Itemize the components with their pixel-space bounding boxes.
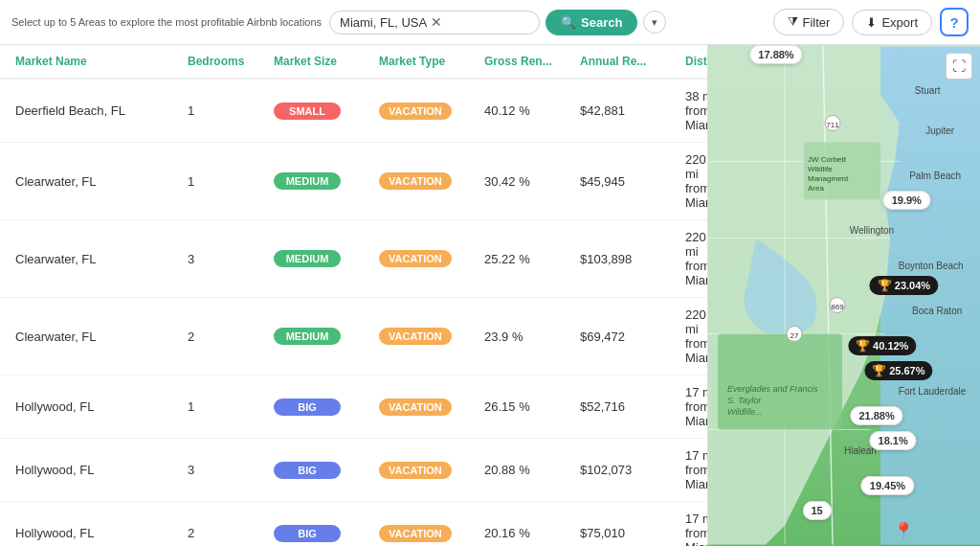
svg-text:Everglades and Francis: Everglades and Francis [727,384,818,394]
svg-text:Managment: Managment [808,174,849,183]
table-header: Market Name Bedrooms Market Size Market … [0,45,707,80]
cell-annual: $52,716 [580,399,685,414]
cell-name: Hollywood, FL [15,399,188,414]
cell-distance: 220 mi from Miami [685,230,707,287]
cell-name: Clearwater, FL [15,330,188,344]
cell-size: BIG [274,462,379,479]
table-row[interactable]: Hollywood, FL 3 BIG VACATION 20.88 % $10… [0,439,707,502]
search-button-label: Search [581,15,622,30]
marker-bubble-2188: 21.88% [850,406,902,425]
cell-name: Clearwater, FL [15,252,188,266]
cell-gross: 20.88 % [484,463,580,477]
search-tag-text: Miami, FL, USA [340,15,427,30]
cell-type: VACATION [379,398,484,416]
cell-bedrooms: 2 [188,330,274,344]
svg-text:Wildlife...: Wildlife... [727,407,762,417]
cell-annual: $102,073 [580,463,685,477]
cell-gross: 26.15 % [484,399,580,414]
marker-dark-4012: 🏆40.12% [848,336,916,355]
map-marker-15: 15 [802,505,831,516]
col-bedrooms[interactable]: Bedrooms [188,55,274,68]
cell-bedrooms: 3 [188,463,274,477]
cell-gross: 40.12 % [484,103,580,118]
map-marker-181: 18.1% [870,435,917,446]
city-label-stuart: Stuart [915,85,941,96]
cell-gross: 30.42 % [484,174,580,189]
marker-bubble-15: 15 [802,501,831,520]
marker-bubble-1945: 19.45% [861,476,914,495]
cell-size: BIG [274,398,379,416]
cell-bedrooms: 1 [188,174,274,189]
svg-text:869: 869 [831,303,844,311]
map-marker-2188: 21.88% [850,410,902,421]
cell-distance: 17 mi from Miami [685,448,707,491]
table-row[interactable]: Hollywood, FL 2 BIG VACATION 20.16 % $75… [0,502,707,546]
help-button[interactable]: ? [940,8,969,36]
map-marker-199: 19.9% [883,194,930,206]
map-pin-icon: 📍 [893,521,914,542]
col-market-name[interactable]: Market Name [15,55,188,68]
search-area: Miami, FL, USA ✕ 🔍 Search ▾ [329,10,765,35]
city-label-boynton-beach: Boynton Beach [899,261,964,271]
cell-distance: 17 mi from Miami [685,512,707,546]
fullscreen-button[interactable]: ⛶ [946,53,972,80]
cell-size: SMALL [274,102,379,120]
cell-distance: 220 mi from Miami [685,152,707,210]
map-marker-top-pct: 17.88% [749,49,802,60]
trophy-icon-2: 🏆 [856,339,870,353]
table-row[interactable]: Hollywood, FL 1 BIG VACATION 26.15 % $52… [0,375,707,439]
export-button[interactable]: ⬇ Export [852,10,932,35]
close-icon[interactable]: ✕ [431,15,442,29]
col-distance[interactable]: Distance [685,55,708,68]
col-market-size[interactable]: Market Size [274,55,379,68]
trophy-icon-1: 🏆 [878,279,892,292]
svg-text:711: 711 [826,121,839,129]
cell-annual: $75,010 [580,526,685,540]
marker-dark-2567: 🏆25.67% [864,361,932,380]
cell-bedrooms: 2 [188,526,274,540]
dropdown-arrow[interactable]: ▾ [643,11,666,34]
toolbar-buttons: ⧩ Filter ⬇ Export ? [773,8,969,36]
table-row[interactable]: Deerfield Beach, FL 1 SMALL VACATION 40.… [0,80,707,143]
cell-distance: 38 mi from Miami [685,89,707,132]
search-input-wrapper[interactable]: Miami, FL, USA ✕ [329,11,540,34]
svg-text:27: 27 [791,331,799,340]
cell-distance: 17 mi from Miami [685,385,707,428]
svg-text:Wildlife: Wildlife [808,165,833,173]
help-label: ? [949,14,958,31]
table-row[interactable]: Clearwater, FL 2 MEDIUM VACATION 23.9 % … [0,298,707,375]
search-button[interactable]: 🔍 Search [546,10,637,35]
svg-text:S. Taylor: S. Taylor [727,396,762,405]
export-label: Export [881,15,918,30]
cell-gross: 23.9 % [484,330,580,344]
city-label-palm-beach: Palm Beach [909,171,961,181]
export-icon: ⬇ [866,15,877,30]
table-body: Deerfield Beach, FL 1 SMALL VACATION 40.… [0,80,707,546]
cell-name: Deerfield Beach, FL [15,103,188,118]
map-marker-1945: 19.45% [861,480,914,491]
cell-gross: 25.22 % [484,252,580,266]
cell-name: Hollywood, FL [15,463,188,477]
cell-bedrooms: 1 [188,103,274,118]
filter-button[interactable]: ⧩ Filter [773,9,845,35]
col-market-type[interactable]: Market Type [379,55,484,68]
col-gross-ren[interactable]: Gross Ren... [484,55,580,68]
instruction-text: Select up to 5 Areas to explore the most… [11,16,322,28]
cell-type: VACATION [379,525,484,542]
table-row[interactable]: Clearwater, FL 3 MEDIUM VACATION 25.22 %… [0,220,707,298]
cell-name: Clearwater, FL [15,174,188,189]
col-annual-re[interactable]: Annual Re... [580,55,685,68]
table-row[interactable]: Clearwater, FL 1 MEDIUM VACATION 30.42 %… [0,143,707,220]
cell-size: BIG [274,525,379,542]
city-label-jupiter: Jupiter [925,125,954,136]
search-icon: 🔍 [561,15,576,30]
filter-icon: ⧩ [788,14,798,30]
city-label-fort-lauderdale: Fort Lauderdale [899,386,967,397]
cell-size: MEDIUM [274,172,379,190]
table-panel: Market Name Bedrooms Market Size Market … [0,45,708,546]
svg-text:JW Corbett: JW Corbett [808,155,847,164]
cell-type: VACATION [379,250,484,267]
map-marker-2304: 🏆23.04% [870,276,938,295]
cell-bedrooms: 3 [188,252,274,266]
trophy-icon-3: 🏆 [872,364,886,377]
